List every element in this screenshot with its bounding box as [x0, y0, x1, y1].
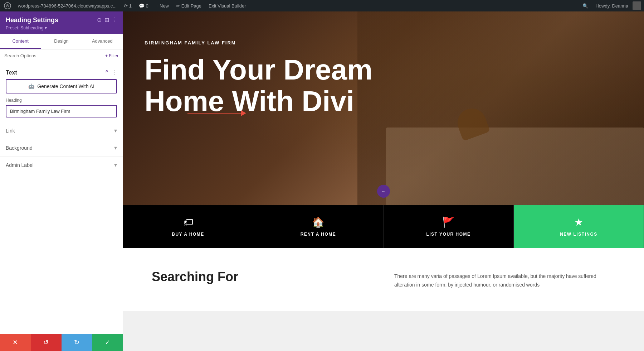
howdy-label: Howdy, Deanna	[595, 3, 628, 9]
filter-button[interactable]: + Filter	[105, 53, 118, 58]
floating-dots-button[interactable]: ···	[377, 185, 390, 198]
heading-field-group: Heading	[0, 98, 123, 122]
panel-tabs: Content Design Advanced	[0, 34, 123, 49]
heading-label: Heading	[6, 98, 117, 103]
tab-content[interactable]: Content	[0, 34, 41, 49]
link-label: Link	[6, 128, 15, 134]
action-bar: 🏷 BUY A HOME 🏠 RENT A HOME 🚩 LIST YOUR H…	[123, 205, 644, 248]
buy-home-item[interactable]: 🏷 BUY A HOME	[123, 205, 253, 248]
new-listings-item[interactable]: ★ NEW LISTINGS	[514, 205, 644, 248]
hero-heading: Find Your Dream Home With Divi	[145, 54, 395, 117]
ai-generate-button[interactable]: 🤖 Generate Content With AI	[6, 79, 117, 93]
undo-button[interactable]: ↺	[31, 334, 62, 351]
star-icon: ★	[574, 216, 583, 228]
redo-icon: ↻	[74, 338, 79, 346]
admin-label-section[interactable]: Admin Label ▾	[0, 156, 123, 173]
site-url[interactable]: wordpress-784896-5247064.cloudwaysapps.c…	[15, 2, 119, 10]
buy-home-label: BUY A HOME	[172, 232, 204, 237]
list-home-item[interactable]: 🚩 LIST YOUR HOME	[384, 205, 514, 248]
right-content: BIRMINGHAM FAMILY LAW FIRM Find Your Dre…	[123, 11, 644, 351]
below-hero: Searching For There are many varia of pa…	[123, 248, 644, 311]
hero-subheading: BIRMINGHAM FAMILY LAW FIRM	[145, 40, 623, 45]
counter-1[interactable]: ⟳ 1	[121, 2, 135, 10]
link-section[interactable]: Link ▾	[0, 122, 123, 139]
admin-right-items: 🔍 Howdy, Deanna	[580, 1, 641, 10]
svg-text:W: W	[6, 4, 9, 8]
rent-home-item[interactable]: 🏠 RENT A HOME	[253, 205, 384, 248]
text-section-title: Text	[6, 69, 17, 76]
panel-header-actions: ⊙ ⊞ ⋮	[97, 16, 118, 23]
section-controls: ^ ⋮	[106, 69, 117, 76]
arrow-annotation	[187, 110, 246, 116]
avatar[interactable]	[633, 1, 641, 10]
save-button[interactable]: ✓	[92, 334, 123, 351]
undo-icon: ↺	[43, 338, 49, 346]
hero-section: BIRMINGHAM FAMILY LAW FIRM Find Your Dre…	[123, 11, 644, 248]
ai-icon: 🤖	[28, 83, 34, 89]
ai-button-label: Generate Content With AI	[37, 83, 94, 89]
tab-advanced[interactable]: Advanced	[82, 34, 123, 49]
search-input[interactable]	[4, 53, 102, 58]
save-icon: ✓	[105, 338, 110, 346]
tag-icon: 🏷	[183, 216, 193, 228]
counter-2[interactable]: 💬 0	[136, 2, 151, 10]
cancel-button[interactable]: ✕	[0, 334, 31, 351]
cancel-icon: ✕	[13, 338, 18, 346]
edit-page-button[interactable]: ✏ Edit Page	[173, 2, 204, 10]
house-icon: 🏠	[312, 216, 325, 228]
rent-home-label: RENT A HOME	[301, 232, 336, 237]
panel-bottom: ✕ ↺ ↻ ✓	[0, 334, 123, 351]
flag-icon: 🚩	[442, 216, 455, 228]
collapse-icon[interactable]: ^	[106, 69, 108, 76]
link-chevron: ▾	[114, 127, 117, 134]
panel-header: Heading Settings Preset: Subheading ▾ ⊙ …	[0, 11, 123, 34]
panel-content: Text ^ ⋮ 🤖 Generate Content With AI Head…	[0, 62, 123, 334]
main-layout: Heading Settings Preset: Subheading ▾ ⊙ …	[0, 11, 644, 351]
arrow-head	[241, 110, 246, 116]
panel-search: + Filter	[0, 49, 123, 62]
below-text: There are many varia of passages of Lore…	[394, 272, 615, 289]
admin-label-text: Admin Label	[6, 162, 34, 168]
exit-builder-button[interactable]: Exit Visual Builder	[206, 2, 249, 10]
background-section[interactable]: Background ▾	[0, 139, 123, 156]
list-home-label: LIST YOUR HOME	[426, 232, 470, 237]
columns-icon[interactable]: ⊞	[104, 16, 109, 23]
tab-design[interactable]: Design	[41, 34, 82, 49]
search-icon[interactable]: 🔍	[580, 2, 591, 10]
new-button[interactable]: + New	[153, 2, 172, 10]
heading-input[interactable]	[6, 105, 117, 117]
new-listings-label: NEW LISTINGS	[560, 232, 597, 237]
panel-preset[interactable]: Preset: Subheading ▾	[6, 25, 117, 30]
admin-items: wordpress-784896-5247064.cloudwaysapps.c…	[15, 2, 577, 10]
background-label: Background	[6, 145, 33, 151]
left-panel: Heading Settings Preset: Subheading ▾ ⊙ …	[0, 11, 123, 351]
admin-label-chevron: ▾	[114, 162, 117, 168]
below-right: There are many varia of passages of Lore…	[394, 269, 615, 289]
arrow-line	[187, 113, 241, 114]
fullscreen-icon[interactable]: ⊙	[97, 16, 102, 23]
more-icon[interactable]: ⋮	[112, 16, 118, 23]
text-section-header: Text ^ ⋮	[0, 67, 123, 79]
below-heading: Searching For	[152, 269, 373, 284]
section-more-icon[interactable]: ⋮	[111, 69, 117, 76]
background-chevron: ▾	[114, 144, 117, 151]
redo-button[interactable]: ↻	[62, 334, 92, 351]
wp-admin-bar: W wordpress-784896-5247064.cloudwaysapps…	[0, 0, 644, 11]
wp-logo[interactable]: W	[3, 1, 12, 10]
below-left: Searching For	[152, 269, 373, 289]
